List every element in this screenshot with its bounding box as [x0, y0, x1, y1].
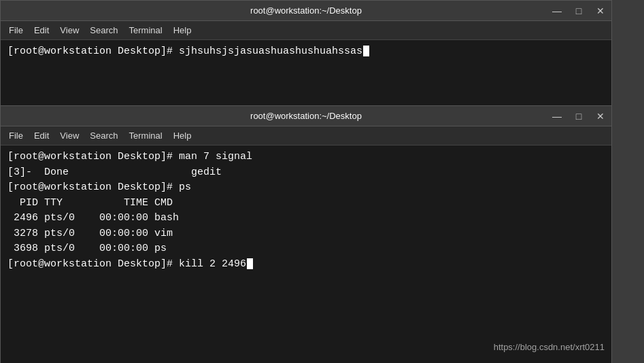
- menu-help-2[interactable]: Help: [168, 129, 197, 142]
- menu-search-2[interactable]: Search: [84, 129, 123, 142]
- terminal-line-2-0: [root@workstation Desktop]# man 7 signal: [7, 150, 605, 165]
- window-controls-1: — □ ✕: [546, 1, 611, 20]
- title-bar-2: root@workstation:~/Desktop — □ ✕: [1, 106, 611, 126]
- menu-terminal-2[interactable]: Terminal: [124, 129, 168, 142]
- terminal-window-1: root@workstation:~/Desktop — □ ✕ File Ed…: [0, 0, 612, 109]
- minimize-button-2[interactable]: —: [546, 106, 568, 126]
- terminal-line-2-2: [root@workstation Desktop]# ps: [7, 180, 605, 196]
- watermark: https://blog.csdn.net/xrt0211: [494, 341, 605, 354]
- menu-bar-2: File Edit View Search Terminal Help: [1, 126, 611, 145]
- cursor-2: [247, 258, 253, 269]
- terminal-line-2-6: 3698 pts/0 00:00:00 ps: [7, 241, 605, 257]
- menu-view-2[interactable]: View: [54, 129, 84, 142]
- menu-view-1[interactable]: View: [54, 24, 84, 37]
- menu-edit-2[interactable]: Edit: [29, 129, 54, 142]
- terminal-body-2[interactable]: [root@workstation Desktop]# man 7 signal…: [1, 145, 611, 363]
- cursor-1: [363, 46, 369, 56]
- terminal-line-2-1: [3]- Done gedit: [7, 165, 605, 181]
- terminal-line-2-4: 2496 pts/0 00:00:00 bash: [7, 211, 605, 226]
- terminal-line-2-7: [root@workstation Desktop]# kill 2 2496: [7, 257, 605, 273]
- close-button-2[interactable]: ✕: [590, 106, 611, 126]
- minimize-button-1[interactable]: —: [546, 1, 568, 21]
- terminal-line-2-5: 3278 pts/0 00:00:00 vim: [7, 226, 605, 242]
- window-title-1: root@workstation:~/Desktop: [250, 5, 362, 16]
- menu-terminal-1[interactable]: Terminal: [124, 24, 168, 37]
- close-button-1[interactable]: ✕: [590, 1, 611, 21]
- menu-file-1[interactable]: File: [3, 24, 29, 37]
- title-bar-1: root@workstation:~/Desktop — □ ✕: [1, 1, 611, 21]
- terminal-line-2-3: PID TTY TIME CMD: [7, 196, 605, 211]
- maximize-button-2[interactable]: □: [568, 106, 590, 126]
- menu-bar-1: File Edit View Search Terminal Help: [1, 21, 611, 40]
- window-controls-2: — □ ✕: [546, 106, 611, 126]
- menu-file-2[interactable]: File: [3, 129, 29, 142]
- terminal-line-1: [root@workstation Desktop]# sjhsuhsjsjas…: [7, 44, 605, 60]
- menu-search-1[interactable]: Search: [84, 24, 123, 37]
- menu-help-1[interactable]: Help: [168, 24, 197, 37]
- menu-edit-1[interactable]: Edit: [29, 24, 54, 37]
- terminal-window-2: root@workstation:~/Desktop — □ ✕ File Ed…: [0, 105, 612, 363]
- window-title-2: root@workstation:~/Desktop: [250, 111, 362, 121]
- maximize-button-1[interactable]: □: [568, 1, 590, 21]
- terminal-body-1[interactable]: [root@workstation Desktop]# sjhsuhsjsjas…: [1, 40, 611, 108]
